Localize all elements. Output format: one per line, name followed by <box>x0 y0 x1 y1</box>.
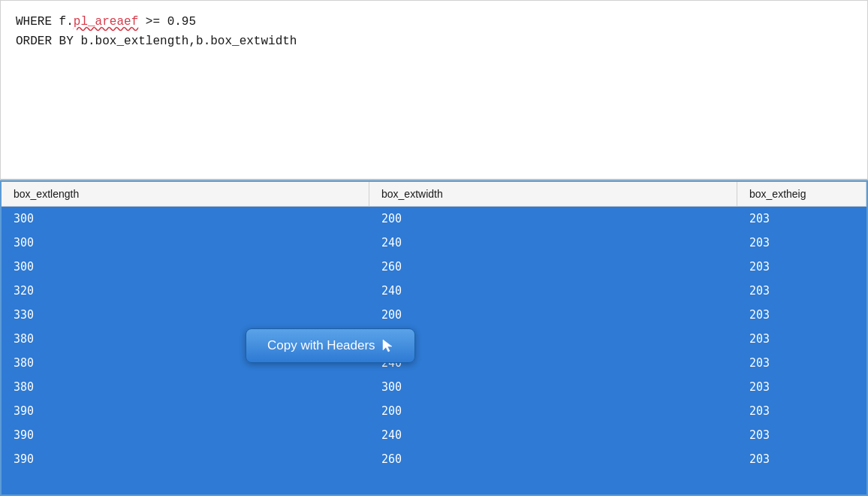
copy-with-headers-button[interactable]: Copy with Headers <box>246 328 415 363</box>
results-area: box_extlength box_extwidth box_extheig 3… <box>0 180 868 496</box>
table-row[interactable]: 300260203 <box>2 255 866 279</box>
cell-box-extlength: 320 <box>2 279 369 303</box>
table-body: 3002002033002402033002602033202402033302… <box>2 207 866 489</box>
cursor-icon <box>381 338 393 353</box>
cell-box-extwidth: 240 <box>369 423 737 447</box>
table-row[interactable]: 380240203 <box>2 351 866 375</box>
sql-line-1: WHERE f.pl_areaef >= 0.95 <box>16 13 852 32</box>
cell-box-extlength: 300 <box>2 255 369 279</box>
table-row[interactable]: 330200203 <box>2 303 866 327</box>
sql-line-2: ORDER BY b.box_extlength,b.box_extwidth <box>16 32 852 52</box>
cell-box-extlength: 390 <box>2 423 369 447</box>
column-header-box-extheig: box_extheig <box>737 182 866 206</box>
cell-box-extheig: 203 <box>737 423 866 447</box>
table-row[interactable]: 390240203 <box>2 423 866 447</box>
table-row[interactable]: 300240203 <box>2 231 866 255</box>
table-row[interactable]: 320240203 <box>2 279 866 303</box>
cell-box-extheig: 203 <box>737 207 866 231</box>
cell-box-extwidth: 240 <box>369 279 737 303</box>
cell-box-extlength: 390 <box>2 399 369 423</box>
cell-box-extwidth: 200 <box>369 327 737 351</box>
table-row[interactable]: 390200203 <box>2 399 866 423</box>
cell-box-extheig: 203 <box>737 399 866 423</box>
cell-box-extlength: 390 <box>2 447 369 471</box>
cell-box-extwidth: 260 <box>369 255 737 279</box>
copy-with-headers-label: Copy with Headers <box>267 338 375 353</box>
cell-box-extheig: 203 <box>737 279 866 303</box>
cell-box-extlength: 380 <box>2 375 369 399</box>
table-header: box_extlength box_extwidth box_extheig <box>2 182 866 207</box>
cell-box-extwidth: 300 <box>369 375 737 399</box>
cell-box-extwidth: 200 <box>369 399 737 423</box>
sql-editor[interactable]: WHERE f.pl_areaef >= 0.95 ORDER BY b.box… <box>0 0 868 180</box>
cell-box-extlength: 330 <box>2 303 369 327</box>
sql-highlighted-word: pl_areaef <box>74 15 138 29</box>
context-menu: Copy with Headers <box>246 328 415 363</box>
cell-box-extwidth: 260 <box>369 447 737 471</box>
column-header-box-extlength: box_extlength <box>2 182 369 206</box>
cell-box-extheig: 203 <box>737 447 866 471</box>
cell-box-extwidth: 240 <box>369 231 737 255</box>
cell-box-extheig: 203 <box>737 255 866 279</box>
main-container: WHERE f.pl_areaef >= 0.95 ORDER BY b.box… <box>0 0 868 496</box>
cell-box-extwidth: 200 <box>369 207 737 231</box>
cell-box-extwidth: 240 <box>369 351 737 375</box>
table-row[interactable]: 300200203 <box>2 207 866 231</box>
table-row[interactable]: 380300203 <box>2 375 866 399</box>
column-header-box-extwidth: box_extwidth <box>369 182 737 206</box>
table-row[interactable]: 390260203 <box>2 447 866 471</box>
cell-box-extlength: 300 <box>2 231 369 255</box>
cell-box-extheig: 203 <box>737 303 866 327</box>
cell-box-extheig: 203 <box>737 231 866 255</box>
cell-box-extlength: 300 <box>2 207 369 231</box>
cell-box-extheig: 203 <box>737 327 866 351</box>
cell-box-extwidth: 200 <box>369 303 737 327</box>
cell-box-extheig: 203 <box>737 375 866 399</box>
table-row[interactable]: 380200203 <box>2 327 866 351</box>
cell-box-extheig: 203 <box>737 351 866 375</box>
